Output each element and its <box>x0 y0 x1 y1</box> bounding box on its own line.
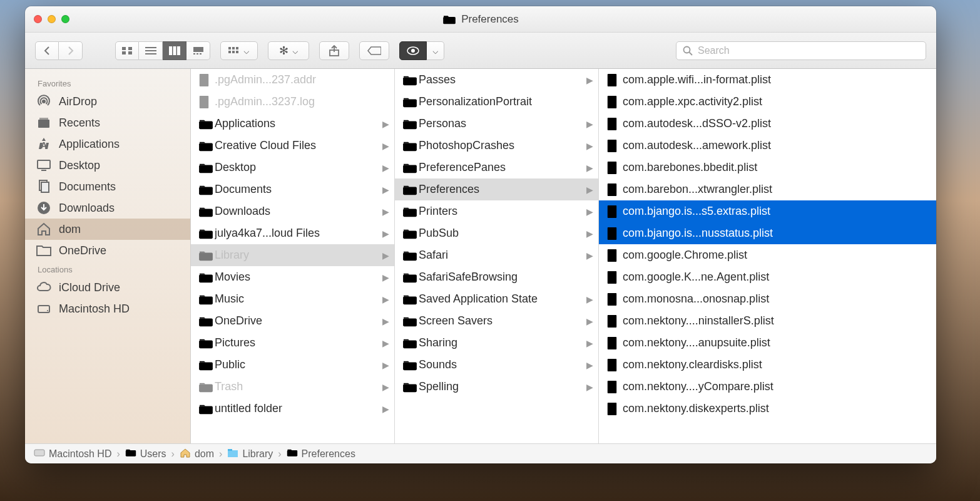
item-label: OneDrive <box>215 314 379 328</box>
list-item[interactable]: Library▶ <box>191 244 394 266</box>
list-item[interactable]: Sounds▶ <box>395 354 598 376</box>
pathbar[interactable]: Macintosh HD›Users›dom›Library›Preferenc… <box>25 443 936 463</box>
list-item[interactable]: Downloads▶ <box>191 200 394 222</box>
list-item[interactable]: Saved Application State▶ <box>395 288 598 310</box>
item-label: Applications <box>215 117 379 130</box>
sidebar-header: Favorites <box>25 75 190 91</box>
list-item[interactable]: PersonalizationPortrait <box>395 91 598 113</box>
list-item[interactable]: com.nektony....anupsuite.plist <box>599 332 936 354</box>
list-item[interactable]: Spelling▶ <box>395 376 598 398</box>
list-item[interactable]: .pgAdmin...237.addr <box>191 69 394 91</box>
plist-file-icon <box>606 249 618 262</box>
list-item[interactable]: Personas▶ <box>395 113 598 135</box>
list-item[interactable]: com.nektony.cleardisks.plist <box>599 354 936 376</box>
sidebar-item-downloads[interactable]: Downloads <box>25 197 190 219</box>
list-item[interactable]: untitled folder▶ <box>191 398 394 420</box>
chevron-right-icon: ▶ <box>583 294 593 304</box>
list-item[interactable]: com.google.K...ne.Agent.plist <box>599 266 936 288</box>
list-item[interactable]: OneDrive▶ <box>191 310 394 332</box>
list-item[interactable]: com.google.Chrome.plist <box>599 244 936 266</box>
pathbar-segment[interactable]: Preferences <box>287 448 355 460</box>
list-item[interactable]: Preferences▶ <box>395 178 598 200</box>
gallery-view-button[interactable] <box>186 41 210 60</box>
list-item[interactable]: com.autodesk...amework.plist <box>599 135 936 157</box>
list-item[interactable]: .pgAdmin...3237.log <box>191 91 394 113</box>
list-item[interactable]: SafariSafeBrowsing <box>395 266 598 288</box>
forward-button[interactable] <box>59 41 83 60</box>
chevron-right-icon: ▶ <box>583 338 593 348</box>
minimize-window-button[interactable] <box>48 15 56 23</box>
list-item[interactable]: com.barebon...xtwrangler.plist <box>599 178 936 200</box>
sidebar-item-recents[interactable]: Recents <box>25 112 190 133</box>
list-item[interactable]: Screen Savers▶ <box>395 310 598 332</box>
close-window-button[interactable] <box>34 15 42 23</box>
sidebar-item-onedrive[interactable]: OneDrive <box>25 240 190 261</box>
list-item[interactable]: PubSub▶ <box>395 222 598 244</box>
search-box[interactable] <box>676 41 926 60</box>
back-button[interactable] <box>35 41 59 60</box>
list-item[interactable]: com.apple.wifi...in-format.plist <box>599 69 936 91</box>
sidebar-item-icloud-drive[interactable]: iCloud Drive <box>25 277 190 298</box>
item-label: com.barebon...xtwrangler.plist <box>623 183 931 196</box>
quicklook-dropdown[interactable]: ⌵ <box>427 41 444 60</box>
sidebar[interactable]: FavoritesAirDropRecentsAApplicationsDesk… <box>25 69 191 443</box>
list-item[interactable]: julya4ka7...loud Files▶ <box>191 222 394 244</box>
share-button[interactable] <box>319 41 349 60</box>
list-item[interactable]: com.autodesk...dSSO-v2.plist <box>599 113 936 135</box>
list-item[interactable]: com.monosna...onosnap.plist <box>599 288 936 310</box>
column-2[interactable]: com.apple.wifi...in-format.plistcom.appl… <box>599 69 936 443</box>
pathbar-segment[interactable]: Macintosh HD <box>34 448 111 460</box>
list-item[interactable]: Pictures▶ <box>191 332 394 354</box>
pathbar-segment[interactable]: Library <box>227 448 273 460</box>
list-item[interactable]: com.nektony....ninstallerS.plist <box>599 310 936 332</box>
list-item[interactable]: Public▶ <box>191 354 394 376</box>
search-input[interactable] <box>698 45 919 56</box>
list-item[interactable]: com.nektony.diskexperts.plist <box>599 398 936 420</box>
pathbar-segment[interactable]: Users <box>125 448 166 460</box>
list-item[interactable]: com.barebones.bbedit.plist <box>599 157 936 178</box>
search-icon <box>683 46 693 56</box>
titlebar[interactable]: Preferences <box>25 6 936 33</box>
item-label: .pgAdmin...237.addr <box>215 73 389 86</box>
sidebar-item-macintosh-hd[interactable]: Macintosh HD <box>25 298 190 319</box>
list-item[interactable]: PhotoshopCrashes▶ <box>395 135 598 157</box>
item-label: Personas <box>419 117 583 130</box>
list-item[interactable]: PreferencePanes▶ <box>395 157 598 178</box>
list-item[interactable]: Applications▶ <box>191 113 394 135</box>
pathbar-label: Preferences <box>302 448 355 460</box>
quicklook-button[interactable] <box>399 41 427 60</box>
list-view-button[interactable] <box>139 41 163 60</box>
list-item[interactable]: Passes▶ <box>395 69 598 91</box>
icon-view-button[interactable] <box>115 41 139 60</box>
sidebar-item-dom[interactable]: dom <box>25 219 190 240</box>
maximize-window-button[interactable] <box>61 15 69 23</box>
action-button[interactable]: ✻⌵ <box>268 41 309 60</box>
list-item[interactable]: Movies▶ <box>191 266 394 288</box>
list-item[interactable]: Sharing▶ <box>395 332 598 354</box>
folder-icon <box>198 271 213 284</box>
sidebar-item-airdrop[interactable]: AirDrop <box>25 91 190 112</box>
list-item[interactable]: com.nektony....yCompare.plist <box>599 376 936 398</box>
pathbar-segment[interactable]: dom <box>180 448 214 460</box>
sidebar-item-desktop[interactable]: Desktop <box>25 155 190 176</box>
column-1[interactable]: Passes▶PersonalizationPortraitPersonas▶P… <box>395 69 599 443</box>
column-0[interactable]: .pgAdmin...237.addr.pgAdmin...3237.logAp… <box>191 69 395 443</box>
list-item[interactable]: com.bjango.is...nusstatus.plist <box>599 222 936 244</box>
list-item[interactable]: Documents▶ <box>191 178 394 200</box>
sidebar-item-label: AirDrop <box>59 95 97 108</box>
list-item[interactable]: Printers▶ <box>395 200 598 222</box>
list-item[interactable]: Safari▶ <box>395 244 598 266</box>
folder-icon <box>402 74 417 86</box>
svg-rect-12 <box>145 53 156 54</box>
tags-button[interactable] <box>359 41 389 60</box>
list-item[interactable]: Music▶ <box>191 288 394 310</box>
list-item[interactable]: Trash▶ <box>191 376 394 398</box>
arrange-button[interactable]: ⌵ <box>220 41 258 60</box>
list-item[interactable]: com.apple.xpc.activity2.plist <box>599 91 936 113</box>
column-view-button[interactable] <box>163 41 186 60</box>
list-item[interactable]: Desktop▶ <box>191 157 394 178</box>
list-item[interactable]: com.bjango.is...s5.extras.plist <box>599 200 936 222</box>
list-item[interactable]: Creative Cloud Files▶ <box>191 135 394 157</box>
sidebar-item-applications[interactable]: AApplications <box>25 133 190 155</box>
sidebar-item-documents[interactable]: Documents <box>25 176 190 197</box>
